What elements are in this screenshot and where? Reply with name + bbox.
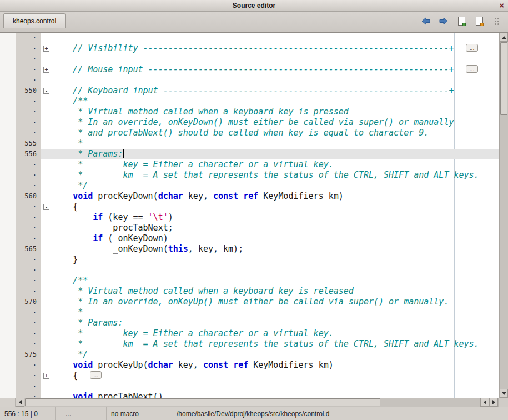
fold-marker-icon[interactable]: - xyxy=(43,204,49,210)
scroll-right-button[interactable] xyxy=(489,398,498,407)
code-line[interactable]: · xyxy=(0,75,499,86)
document-save-icon[interactable] xyxy=(474,16,485,26)
line-number[interactable]: · xyxy=(0,33,41,43)
code-area[interactable]: ··+ // Visibility ----------------------… xyxy=(0,33,499,398)
fold-marker-icon[interactable]: + xyxy=(43,373,49,379)
vertical-scroll-thumb[interactable] xyxy=(500,42,507,115)
line-number[interactable]: · xyxy=(0,96,41,107)
line-number[interactable]: · xyxy=(0,212,41,223)
code-line[interactable]: ·+ // Visibility -----------------------… xyxy=(0,43,499,54)
close-icon[interactable]: × xyxy=(499,1,504,10)
code-line[interactable]: · if (_onKeyDown) xyxy=(0,233,499,244)
fold-ellipsis[interactable]: ... xyxy=(90,371,102,379)
line-number[interactable]: · xyxy=(0,265,41,276)
code-line[interactable]: ·+ // Mouse input ----------------------… xyxy=(0,64,499,75)
code-line[interactable]: · * key = Either a character or a virtua… xyxy=(0,328,499,339)
line-number[interactable]: · xyxy=(0,43,41,54)
line-number[interactable]: · xyxy=(0,371,41,381)
code-line[interactable]: ·- { xyxy=(0,202,499,212)
line-number[interactable]: 565 xyxy=(0,244,41,254)
code-line[interactable]: · * km = A set that represents the statu… xyxy=(0,170,499,181)
code-line[interactable]: · * key = Either a character or a virtua… xyxy=(0,159,499,170)
scroll-left-stepper-button[interactable] xyxy=(480,398,489,407)
code-line[interactable]: · xyxy=(0,54,499,64)
line-number[interactable]: · xyxy=(0,233,41,244)
fold-gutter[interactable]: - xyxy=(41,86,53,96)
line-number[interactable]: · xyxy=(0,117,41,128)
fold-gutter[interactable]: + xyxy=(41,64,53,75)
document-new-icon[interactable] xyxy=(456,16,467,26)
code-line[interactable]: · /** xyxy=(0,96,499,107)
code-line[interactable]: · * and procTabNext() should be called w… xyxy=(0,128,499,138)
line-number[interactable]: · xyxy=(0,107,41,117)
scroll-up-button[interactable] xyxy=(500,33,508,42)
code-line[interactable]: · * In an override, onKeyDown() must eit… xyxy=(0,117,499,128)
horizontal-scroll-thumb[interactable] xyxy=(25,398,380,406)
line-number[interactable]: · xyxy=(0,381,41,392)
scroll-left-button[interactable] xyxy=(16,398,24,407)
fold-marker-icon[interactable]: + xyxy=(43,67,49,73)
line-number[interactable]: 575 xyxy=(0,349,41,360)
line-number[interactable]: 556 xyxy=(0,149,41,159)
fold-gutter[interactable]: - xyxy=(41,202,53,212)
toolbar-grip-icon[interactable] xyxy=(491,16,502,26)
code-line[interactable]: 550- // Keyboard input -----------------… xyxy=(0,86,499,96)
code-line[interactable]: · * Virtual method called when a keyboar… xyxy=(0,286,499,297)
line-number[interactable]: · xyxy=(0,286,41,297)
scroll-down-button[interactable] xyxy=(500,389,508,398)
line-number[interactable]: · xyxy=(0,328,41,339)
line-number[interactable]: · xyxy=(0,170,41,181)
code-line[interactable]: · procTabNext; xyxy=(0,223,499,233)
code-line[interactable]: 556 * Params: xyxy=(0,149,499,159)
line-number[interactable]: · xyxy=(0,54,41,64)
code-line[interactable]: · void procTabNext() xyxy=(0,392,499,398)
go-back-icon[interactable] xyxy=(420,16,431,26)
code-line[interactable]: · void procKeyUp(dchar key, const ref Ke… xyxy=(0,360,499,371)
line-number[interactable]: · xyxy=(0,128,41,138)
code-line[interactable]: · /** xyxy=(0,276,499,286)
line-number[interactable]: 560 xyxy=(0,191,41,202)
fold-marker-icon[interactable]: - xyxy=(43,88,49,94)
code-line[interactable]: 570 * In an override, onKeyUp() must eit… xyxy=(0,297,499,307)
fold-gutter[interactable]: + xyxy=(41,371,53,381)
line-number[interactable]: · xyxy=(0,181,41,191)
fold-ellipsis[interactable]: ... xyxy=(466,65,477,73)
horizontal-scrollbar[interactable] xyxy=(0,398,508,407)
code-line[interactable]: · * xyxy=(0,307,499,318)
code-line[interactable]: · xyxy=(0,381,499,392)
line-number[interactable]: · xyxy=(0,64,41,75)
tab-kheops-control[interactable]: kheops.control xyxy=(3,13,66,28)
line-number[interactable]: · xyxy=(0,360,41,371)
line-number[interactable]: 570 xyxy=(0,297,41,307)
code-line[interactable]: 575 */ xyxy=(0,349,499,360)
code-line[interactable]: · xyxy=(0,265,499,276)
code-line[interactable]: · xyxy=(0,33,499,43)
vertical-scroll-trough[interactable] xyxy=(500,42,508,389)
code-line[interactable]: · */ xyxy=(0,181,499,191)
code-line[interactable]: · if (key == '\t') xyxy=(0,212,499,223)
line-number[interactable]: 550 xyxy=(0,86,41,96)
fold-gutter[interactable]: + xyxy=(41,43,53,54)
fold-marker-icon[interactable]: + xyxy=(43,46,49,52)
code-line[interactable]: · } xyxy=(0,254,499,265)
line-number[interactable]: · xyxy=(0,254,41,265)
code-line[interactable]: · * Virtual method called when a keyboar… xyxy=(0,107,499,117)
code-line[interactable]: · * Params: xyxy=(0,318,499,328)
line-number[interactable]: · xyxy=(0,202,41,212)
code-line[interactable]: 560 void procKeyDown(dchar key, const re… xyxy=(0,191,499,202)
line-number[interactable]: · xyxy=(0,75,41,86)
line-number[interactable]: · xyxy=(0,318,41,328)
go-forward-icon[interactable] xyxy=(438,16,449,26)
code-line[interactable]: · * km = A set that represents the statu… xyxy=(0,339,499,349)
line-number[interactable]: · xyxy=(0,276,41,286)
line-number[interactable]: · xyxy=(0,223,41,233)
horizontal-scroll-trough[interactable] xyxy=(24,398,480,407)
line-number[interactable]: · xyxy=(0,307,41,318)
fold-ellipsis[interactable]: ... xyxy=(466,44,477,52)
line-number[interactable]: · xyxy=(0,339,41,349)
vertical-scrollbar[interactable] xyxy=(499,33,508,398)
code-line[interactable]: ·+ {... xyxy=(0,371,499,381)
code-line[interactable]: 565 _onKeyDown(this, key, km); xyxy=(0,244,499,254)
line-number[interactable]: 555 xyxy=(0,138,41,149)
line-number[interactable]: · xyxy=(0,159,41,170)
